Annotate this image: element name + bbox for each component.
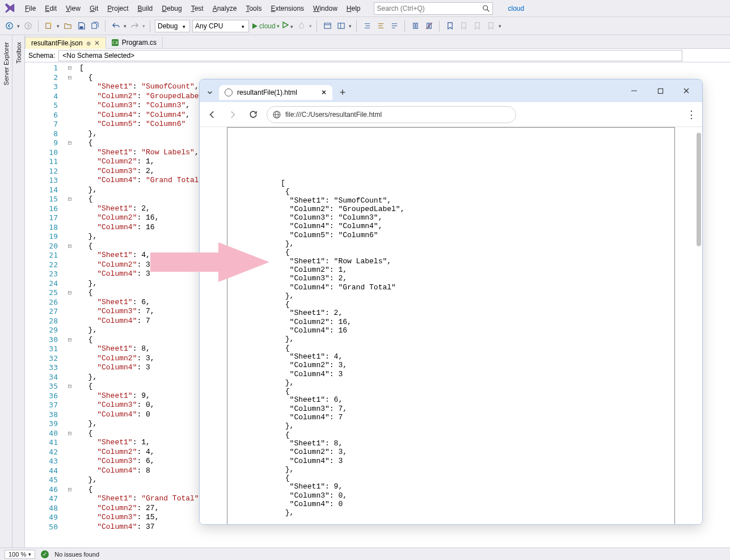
menu-bar: FileEditViewGitProjectBuildDebugTestAnal… — [0, 0, 730, 17]
tb-icon-uncomment[interactable] — [423, 20, 434, 32]
solution-platform-dropdown[interactable]: Any CPU▾ — [192, 20, 249, 32]
svg-point-3 — [24, 23, 31, 29]
browser-tab-title: resultantFile(1).html — [237, 89, 297, 96]
zoom-dropdown[interactable]: 100 % ▾ — [5, 550, 35, 559]
svg-rect-8 — [337, 23, 344, 28]
tb-icon-2[interactable] — [335, 20, 347, 32]
tb-bookmark-next-icon[interactable] — [471, 20, 483, 32]
menu-edit[interactable]: Edit — [40, 2, 61, 15]
tb-icon-1[interactable] — [322, 20, 333, 32]
schema-dropdown[interactable]: <No Schema Selected> — [58, 50, 682, 61]
tb-icon-outdent[interactable] — [375, 20, 386, 32]
schema-value: <No Schema Selected> — [62, 52, 134, 60]
tb-icon-indent[interactable] — [361, 20, 373, 32]
tab-program-cs[interactable]: C# Program.cs — [106, 37, 163, 48]
menu-build[interactable]: Build — [133, 2, 158, 15]
svg-point-2 — [6, 23, 12, 29]
page-favicon-icon — [225, 89, 233, 96]
menu-debug[interactable]: Debug — [157, 2, 186, 15]
start-without-debug-button[interactable]: ▾ — [282, 22, 293, 30]
tb-icon-comment[interactable] — [410, 20, 421, 32]
browser-back-button[interactable] — [205, 108, 219, 121]
browser-window: resultantFile(1).html ✕ + file:///C:/Use… — [199, 79, 703, 525]
browser-reload-button[interactable] — [246, 108, 260, 121]
zoom-value: 100 % — [9, 551, 26, 558]
redo-icon[interactable] — [129, 20, 140, 32]
html-output-text: [ { "Sheet1": "SumofCount", "Column2": "… — [281, 179, 661, 517]
line-number-gutter: 1234567891011121314151617181920212223242… — [25, 62, 62, 548]
browser-menu-button[interactable]: ⋮ — [686, 108, 697, 121]
status-ok-icon: ✓ — [41, 550, 49, 558]
back-nav-icon[interactable] — [3, 20, 15, 32]
standard-toolbar: ▾ ▾ ▾ ▾ Debug▾ Any CPU▾ cloud ▾ ▾ ▾ ▾ ▾ — [0, 17, 730, 35]
vs-logo-icon — [3, 2, 16, 15]
save-icon[interactable] — [75, 20, 87, 32]
menu-project[interactable]: Project — [103, 2, 133, 15]
search-icon — [482, 5, 490, 12]
tab-close-icon[interactable]: ✕ — [321, 89, 327, 96]
issues-text: No issues found — [54, 551, 99, 558]
close-icon[interactable]: ✕ — [94, 39, 100, 47]
toolbox-tab[interactable]: Toolbox — [15, 39, 22, 67]
svg-line-1 — [487, 9, 490, 11]
menu-extensions[interactable]: Extensions — [266, 2, 309, 15]
new-project-icon[interactable] — [43, 20, 54, 32]
menu-file[interactable]: File — [20, 2, 40, 15]
browser-tab[interactable]: resultantFile(1).html ✕ — [219, 85, 332, 100]
left-rail-1: Server Explorer — [0, 35, 12, 548]
menu-window[interactable]: Window — [309, 2, 342, 15]
tb-bookmark-prev-icon[interactable] — [458, 20, 469, 32]
menu-help[interactable]: Help — [342, 2, 365, 15]
tab-resultantfile-json[interactable]: resultantFile.json ⊕ ✕ — [25, 37, 106, 49]
solution-config-dropdown[interactable]: Debug▾ — [155, 20, 190, 32]
svg-point-0 — [483, 5, 488, 10]
tab-label: resultantFile.json — [31, 39, 83, 47]
tb-bookmark-clear-icon[interactable] — [485, 20, 496, 32]
server-explorer-tab[interactable]: Server Explorer — [3, 39, 10, 89]
window-maximize-button[interactable] — [648, 82, 673, 99]
platform-value: Any CPU — [195, 22, 223, 30]
window-minimize-button[interactable] — [622, 82, 647, 99]
svg-text:C#: C# — [112, 40, 117, 45]
browser-titlebar: resultantFile(1).html ✕ + — [200, 79, 702, 102]
tab-label: Program.cs — [122, 39, 157, 47]
save-all-icon[interactable] — [89, 20, 100, 32]
document-tabs: resultantFile.json ⊕ ✕ C# Program.cs — [25, 35, 730, 49]
browser-forward-button[interactable] — [226, 108, 239, 121]
schema-label: Schema: — [28, 52, 55, 60]
page-content: [ { "Sheet1": "SumofCount", "Column2": "… — [227, 127, 675, 524]
menu-analyze[interactable]: Analyze — [208, 2, 242, 15]
hot-reload-icon[interactable] — [296, 20, 307, 32]
schema-bar: Schema: <No Schema Selected> — [25, 49, 730, 62]
run-target-label: cloud — [259, 22, 276, 30]
scrollbar-thumb[interactable] — [697, 133, 701, 246]
new-tab-button[interactable]: + — [335, 85, 351, 100]
left-rail-2: Toolbox — [12, 35, 25, 548]
svg-rect-6 — [324, 23, 330, 28]
fold-column[interactable]: ⊟⊟⊟⊟⊟⊟⊟⊟⊟⊟ — [62, 62, 77, 548]
tb-icon-3[interactable] — [389, 20, 400, 32]
pin-icon[interactable]: ⊕ — [86, 40, 91, 47]
search-input[interactable] — [377, 5, 482, 12]
config-value: Debug — [158, 22, 178, 30]
svg-rect-5 — [79, 26, 83, 28]
quick-launch-search[interactable] — [374, 2, 493, 15]
undo-icon[interactable] — [110, 20, 121, 32]
menu-test[interactable]: Test — [187, 2, 208, 15]
svg-rect-23 — [658, 89, 663, 93]
browser-address-bar[interactable]: file:///C:/Users/resultantFile.html — [267, 106, 516, 123]
status-bar: 100 % ▾ ✓ No issues found — [0, 548, 730, 560]
menu-view[interactable]: View — [61, 2, 85, 15]
open-file-icon[interactable] — [62, 20, 73, 32]
tb-bookmark-toggle-icon[interactable] — [444, 20, 455, 32]
start-debug-button[interactable]: cloud ▾ — [251, 22, 280, 30]
globe-icon — [273, 111, 281, 119]
tab-search-icon[interactable] — [203, 86, 217, 99]
window-close-button[interactable] — [674, 82, 699, 99]
browser-viewport[interactable]: [ { "Sheet1": "SumofCount", "Column2": "… — [200, 127, 702, 524]
menu-tools[interactable]: Tools — [241, 2, 266, 15]
account-link[interactable]: cloud — [508, 5, 524, 12]
forward-nav-icon[interactable] — [22, 20, 33, 32]
menu-git[interactable]: Git — [85, 2, 103, 15]
browser-toolbar: file:///C:/Users/resultantFile.html ⋮ — [200, 102, 702, 127]
